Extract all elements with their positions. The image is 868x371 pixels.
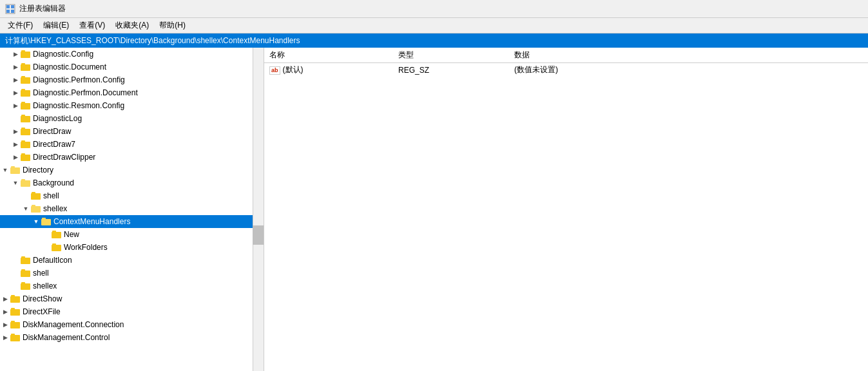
tree-item-label: DirectShow	[23, 294, 62, 303]
expand-icon[interactable]: ▶	[10, 126, 21, 137]
tree-item-workfolders[interactable]: WorkFolders	[0, 241, 264, 254]
tree-item-diskmanagement-ctrl[interactable]: ▶DiskManagement.Control	[0, 331, 264, 344]
tree-item-label: Diagnostic.Resmon.Config	[33, 101, 124, 110]
tree-item-new[interactable]: New	[0, 228, 264, 241]
col-header-data: 数据	[509, 48, 868, 63]
folder-icon	[10, 333, 21, 342]
svg-rect-34	[52, 232, 61, 238]
tree-item-background[interactable]: ▼Background	[0, 176, 264, 189]
tree-item-shellex2[interactable]: shellex	[0, 280, 264, 292]
menu-file[interactable]: 文件(F)	[3, 19, 38, 32]
tree-item-label: Diagnostic.Config	[33, 50, 93, 59]
tree-item-label: New	[64, 230, 79, 239]
expand-icon[interactable]	[10, 268, 21, 278]
expand-icon[interactable]: ▶	[0, 307, 10, 317]
expand-icon[interactable]	[10, 255, 21, 265]
folder-icon	[10, 307, 21, 316]
scrollbar[interactable]	[253, 48, 264, 371]
expand-icon[interactable]	[41, 229, 52, 240]
svg-rect-22	[21, 155, 30, 161]
folder-icon	[52, 230, 62, 239]
tree-item-diagnostic-perfmon[interactable]: ▶Diagnostic.Perfmon.Config	[0, 73, 264, 86]
tree-item-diagnosticlog[interactable]: DiagnosticLog	[0, 112, 264, 125]
expand-icon[interactable]: ▶	[10, 75, 21, 85]
expand-icon[interactable]	[10, 113, 21, 124]
tree-item-directshow[interactable]: ▶DirectShow	[0, 292, 264, 305]
tree-item-label: WorkFolders	[64, 243, 108, 252]
folder-icon	[10, 294, 21, 303]
tree-item-label: Diagnostic.Document	[33, 62, 106, 71]
expand-icon[interactable]: ▼	[10, 178, 21, 188]
tree-item-shellex[interactable]: ▼shellex	[0, 202, 264, 215]
menu-favorites[interactable]: 收藏夹(A)	[110, 19, 154, 32]
regedit-icon	[5, 4, 15, 14]
tree-item-label: shell	[33, 269, 49, 278]
folder-icon	[10, 166, 21, 175]
table-row[interactable]: ab(默认)REG_SZ(数值未设置)	[264, 63, 868, 77]
svg-rect-50	[10, 335, 20, 341]
tree-item-directdrawclipper[interactable]: ▶DirectDrawClipper	[0, 151, 264, 164]
expand-icon[interactable]	[41, 242, 52, 252]
svg-rect-4	[11, 10, 14, 13]
expand-icon[interactable]: ▶	[0, 294, 10, 304]
tree-item-diagnostic-perfmon-doc[interactable]: ▶Diagnostic.Perfmon.Document	[0, 86, 264, 99]
svg-rect-36	[52, 245, 61, 251]
tree-item-label: DiskManagement.Connection	[23, 320, 124, 329]
svg-rect-26	[21, 180, 30, 187]
expand-icon[interactable]: ▶	[10, 88, 21, 98]
menu-help[interactable]: 帮助(H)	[154, 19, 191, 32]
tree-item-shell[interactable]: shell	[0, 189, 264, 202]
folder-icon	[21, 140, 31, 149]
tree-item-diskmanagement-conn[interactable]: ▶DiskManagement.Connection	[0, 318, 264, 331]
menu-view[interactable]: 查看(V)	[74, 19, 110, 32]
expand-icon[interactable]	[21, 191, 31, 201]
scroll-thumb[interactable]	[253, 225, 264, 245]
folder-icon	[21, 50, 31, 59]
tree-panel[interactable]: ▶Diagnostic.Config▶Diagnostic.Document▶D…	[0, 48, 264, 371]
expand-icon[interactable]: ▶	[10, 49, 21, 59]
expand-icon[interactable]	[10, 281, 21, 291]
tree-item-label: Diagnostic.Perfmon.Config	[33, 75, 125, 84]
expand-icon[interactable]: ▼	[21, 204, 31, 214]
tree-item-shell2[interactable]: shell	[0, 267, 264, 280]
name-text: (默认)	[283, 65, 304, 74]
tree-item-contextmenuhandlers[interactable]: ▼ContextMenuHandlers	[0, 215, 264, 228]
tree-item-directxfile[interactable]: ▶DirectXFile	[0, 305, 264, 318]
expand-icon[interactable]: ▶	[10, 139, 21, 149]
tree-item-diagnostic-config[interactable]: ▶Diagnostic.Config	[0, 48, 264, 61]
cell-type: REG_SZ	[393, 63, 509, 77]
svg-rect-46	[10, 309, 20, 316]
tree-item-defaulticon[interactable]: DefaultIcon	[0, 254, 264, 267]
col-header-type: 类型	[393, 48, 509, 63]
folder-icon	[10, 320, 21, 329]
expand-icon[interactable]: ▶	[10, 152, 21, 162]
expand-icon[interactable]: ▶	[10, 62, 21, 72]
tree-item-label: ContextMenuHandlers	[53, 217, 130, 226]
tree-item-diagnostic-document[interactable]: ▶Diagnostic.Document	[0, 61, 264, 73]
expand-icon[interactable]: ▶	[10, 100, 21, 111]
tree-item-diagnostic-resmon[interactable]: ▶Diagnostic.Resmon.Config	[0, 99, 264, 112]
tree-item-directdraw7[interactable]: ▶DirectDraw7	[0, 138, 264, 151]
expand-icon[interactable]: ▼	[31, 216, 41, 227]
address-bar: 计算机\HKEY_CLASSES_ROOT\Directory\Backgrou…	[0, 33, 868, 48]
tree-item-label: DirectDraw7	[33, 140, 75, 149]
expand-icon[interactable]: ▶	[0, 332, 10, 343]
menu-edit[interactable]: 编辑(E)	[38, 19, 74, 32]
cell-name: ab(默认)	[264, 63, 393, 77]
svg-rect-32	[41, 219, 51, 225]
folder-icon	[21, 256, 31, 265]
expand-icon[interactable]: ▶	[0, 319, 10, 330]
tree-item-directory[interactable]: ▼Directory	[0, 164, 264, 176]
tree-item-label: shell	[43, 191, 59, 200]
folder-icon	[21, 269, 31, 278]
tree-item-label: DirectDrawClipper	[33, 153, 95, 162]
svg-rect-16	[21, 116, 30, 122]
folder-icon	[21, 114, 31, 123]
svg-rect-48	[10, 322, 20, 328]
svg-rect-42	[21, 283, 30, 290]
tree-item-directdraw[interactable]: ▶DirectDraw	[0, 125, 264, 138]
data-panel: 名称 类型 数据 ab(默认)REG_SZ(数值未设置)	[264, 48, 868, 371]
svg-rect-18	[21, 129, 30, 135]
expand-icon[interactable]: ▼	[0, 165, 10, 175]
svg-rect-40	[21, 271, 30, 277]
